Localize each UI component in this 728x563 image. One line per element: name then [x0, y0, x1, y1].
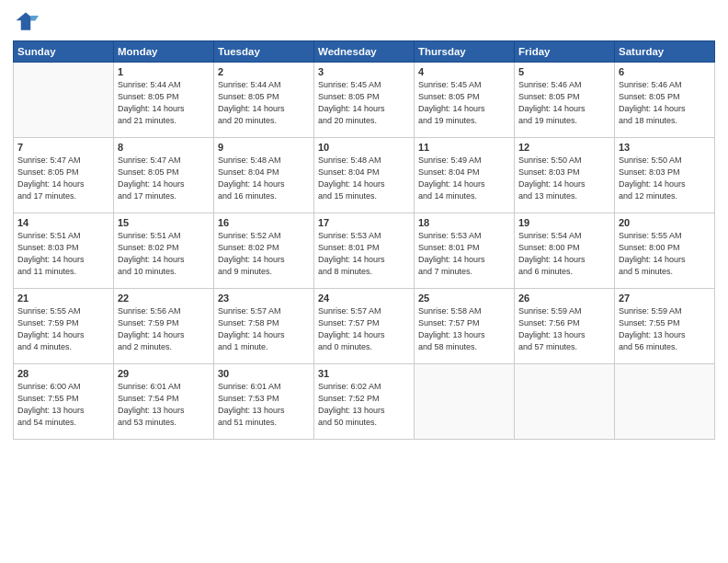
day-info: Sunrise: 5:45 AM Sunset: 8:05 PM Dayligh…	[418, 79, 510, 127]
day-number: 10	[318, 142, 410, 153]
calendar-cell: 7Sunrise: 5:47 AM Sunset: 8:05 PM Daylig…	[14, 138, 114, 213]
svg-marker-0	[17, 13, 36, 30]
day-info: Sunrise: 5:44 AM Sunset: 8:05 PM Dayligh…	[118, 79, 210, 127]
day-info: Sunrise: 6:02 AM Sunset: 7:52 PM Dayligh…	[318, 381, 410, 429]
day-number: 1	[118, 66, 210, 77]
day-info: Sunrise: 5:52 AM Sunset: 8:02 PM Dayligh…	[218, 230, 310, 278]
day-number: 6	[619, 66, 711, 77]
header	[13, 9, 715, 35]
day-number: 25	[418, 293, 510, 304]
calendar-cell: 10Sunrise: 5:48 AM Sunset: 8:04 PM Dayli…	[314, 138, 415, 213]
day-info: Sunrise: 5:46 AM Sunset: 8:05 PM Dayligh…	[619, 79, 711, 127]
day-number: 20	[619, 217, 711, 228]
day-number: 7	[17, 142, 109, 153]
column-header-wednesday: Wednesday	[314, 41, 415, 63]
day-info: Sunrise: 5:50 AM Sunset: 8:03 PM Dayligh…	[518, 155, 610, 202]
day-info: Sunrise: 5:57 AM Sunset: 7:57 PM Dayligh…	[318, 305, 410, 353]
calendar-cell	[615, 364, 715, 440]
day-info: Sunrise: 5:53 AM Sunset: 8:01 PM Dayligh…	[418, 230, 510, 278]
day-info: Sunrise: 5:55 AM Sunset: 7:59 PM Dayligh…	[17, 305, 109, 353]
day-number: 15	[118, 217, 210, 228]
day-info: Sunrise: 5:59 AM Sunset: 7:56 PM Dayligh…	[518, 305, 610, 353]
day-info: Sunrise: 5:51 AM Sunset: 8:02 PM Dayligh…	[118, 230, 210, 278]
calendar-cell	[515, 364, 615, 440]
day-number: 27	[619, 293, 711, 304]
calendar-cell: 11Sunrise: 5:49 AM Sunset: 8:04 PM Dayli…	[415, 138, 515, 213]
week-row-2: 14Sunrise: 5:51 AM Sunset: 8:03 PM Dayli…	[14, 213, 715, 289]
calendar-cell: 20Sunrise: 5:55 AM Sunset: 8:00 PM Dayli…	[615, 213, 715, 289]
day-number: 14	[17, 217, 109, 228]
day-info: Sunrise: 5:54 AM Sunset: 8:00 PM Dayligh…	[518, 230, 610, 278]
day-number: 24	[318, 293, 410, 304]
calendar-cell: 18Sunrise: 5:53 AM Sunset: 8:01 PM Dayli…	[415, 213, 515, 289]
calendar-cell: 21Sunrise: 5:55 AM Sunset: 7:59 PM Dayli…	[14, 289, 114, 364]
day-info: Sunrise: 5:48 AM Sunset: 8:04 PM Dayligh…	[218, 155, 310, 202]
day-number: 16	[218, 217, 310, 228]
calendar-cell: 26Sunrise: 5:59 AM Sunset: 7:56 PM Dayli…	[515, 289, 615, 364]
week-row-0: 1Sunrise: 5:44 AM Sunset: 8:05 PM Daylig…	[14, 63, 715, 138]
calendar-cell: 23Sunrise: 5:57 AM Sunset: 7:58 PM Dayli…	[214, 289, 314, 364]
week-row-1: 7Sunrise: 5:47 AM Sunset: 8:05 PM Daylig…	[14, 138, 715, 213]
day-info: Sunrise: 5:49 AM Sunset: 8:04 PM Dayligh…	[418, 155, 510, 202]
day-info: Sunrise: 5:46 AM Sunset: 8:05 PM Dayligh…	[518, 79, 610, 127]
calendar-header: SundayMondayTuesdayWednesdayThursdayFrid…	[14, 41, 715, 63]
calendar-cell: 13Sunrise: 5:50 AM Sunset: 8:03 PM Dayli…	[615, 138, 715, 213]
column-header-monday: Monday	[114, 41, 214, 63]
day-number: 2	[218, 66, 310, 77]
header-row: SundayMondayTuesdayWednesdayThursdayFrid…	[14, 41, 715, 63]
calendar-cell: 19Sunrise: 5:54 AM Sunset: 8:00 PM Dayli…	[515, 213, 615, 289]
day-info: Sunrise: 5:47 AM Sunset: 8:05 PM Dayligh…	[118, 155, 210, 202]
day-number: 11	[418, 142, 510, 153]
day-number: 26	[518, 293, 610, 304]
page: SundayMondayTuesdayWednesdayThursdayFrid…	[0, 0, 728, 563]
calendar-cell: 14Sunrise: 5:51 AM Sunset: 8:03 PM Dayli…	[14, 213, 114, 289]
logo-icon	[13, 9, 39, 35]
day-number: 5	[518, 66, 610, 77]
day-info: Sunrise: 6:01 AM Sunset: 7:54 PM Dayligh…	[118, 381, 210, 429]
day-info: Sunrise: 5:48 AM Sunset: 8:04 PM Dayligh…	[318, 155, 410, 202]
calendar-cell: 4Sunrise: 5:45 AM Sunset: 8:05 PM Daylig…	[415, 63, 515, 138]
calendar-cell: 27Sunrise: 5:59 AM Sunset: 7:55 PM Dayli…	[615, 289, 715, 364]
day-info: Sunrise: 6:00 AM Sunset: 7:55 PM Dayligh…	[17, 381, 109, 429]
calendar-cell: 24Sunrise: 5:57 AM Sunset: 7:57 PM Dayli…	[314, 289, 415, 364]
calendar-cell: 3Sunrise: 5:45 AM Sunset: 8:05 PM Daylig…	[314, 63, 415, 138]
week-row-4: 28Sunrise: 6:00 AM Sunset: 7:55 PM Dayli…	[14, 364, 715, 440]
day-info: Sunrise: 5:56 AM Sunset: 7:59 PM Dayligh…	[118, 305, 210, 353]
calendar-cell: 5Sunrise: 5:46 AM Sunset: 8:05 PM Daylig…	[515, 63, 615, 138]
day-info: Sunrise: 5:45 AM Sunset: 8:05 PM Dayligh…	[318, 79, 410, 127]
day-number: 3	[318, 66, 410, 77]
logo	[13, 9, 42, 35]
day-number: 31	[318, 368, 410, 379]
day-number: 13	[619, 142, 711, 153]
svg-marker-1	[30, 16, 39, 20]
day-info: Sunrise: 5:44 AM Sunset: 8:05 PM Dayligh…	[218, 79, 310, 127]
calendar-cell: 15Sunrise: 5:51 AM Sunset: 8:02 PM Dayli…	[114, 213, 214, 289]
calendar-cell: 22Sunrise: 5:56 AM Sunset: 7:59 PM Dayli…	[114, 289, 214, 364]
day-number: 19	[518, 217, 610, 228]
day-info: Sunrise: 5:51 AM Sunset: 8:03 PM Dayligh…	[17, 230, 109, 278]
calendar-cell	[415, 364, 515, 440]
calendar-cell: 8Sunrise: 5:47 AM Sunset: 8:05 PM Daylig…	[114, 138, 214, 213]
calendar-cell	[14, 63, 114, 138]
column-header-sunday: Sunday	[14, 41, 114, 63]
calendar-cell: 2Sunrise: 5:44 AM Sunset: 8:05 PM Daylig…	[214, 63, 314, 138]
day-number: 28	[17, 368, 109, 379]
day-number: 30	[218, 368, 310, 379]
calendar-body: 1Sunrise: 5:44 AM Sunset: 8:05 PM Daylig…	[14, 63, 715, 440]
day-info: Sunrise: 5:59 AM Sunset: 7:55 PM Dayligh…	[619, 305, 711, 353]
calendar-cell: 16Sunrise: 5:52 AM Sunset: 8:02 PM Dayli…	[214, 213, 314, 289]
day-info: Sunrise: 5:50 AM Sunset: 8:03 PM Dayligh…	[619, 155, 711, 202]
week-row-3: 21Sunrise: 5:55 AM Sunset: 7:59 PM Dayli…	[14, 289, 715, 364]
day-number: 18	[418, 217, 510, 228]
calendar-cell: 12Sunrise: 5:50 AM Sunset: 8:03 PM Dayli…	[515, 138, 615, 213]
column-header-tuesday: Tuesday	[214, 41, 314, 63]
day-number: 17	[318, 217, 410, 228]
calendar-cell: 30Sunrise: 6:01 AM Sunset: 7:53 PM Dayli…	[214, 364, 314, 440]
day-number: 22	[118, 293, 210, 304]
day-number: 29	[118, 368, 210, 379]
day-info: Sunrise: 5:55 AM Sunset: 8:00 PM Dayligh…	[619, 230, 711, 278]
column-header-saturday: Saturday	[615, 41, 715, 63]
calendar-cell: 17Sunrise: 5:53 AM Sunset: 8:01 PM Dayli…	[314, 213, 415, 289]
day-info: Sunrise: 6:01 AM Sunset: 7:53 PM Dayligh…	[218, 381, 310, 429]
calendar-cell: 28Sunrise: 6:00 AM Sunset: 7:55 PM Dayli…	[14, 364, 114, 440]
